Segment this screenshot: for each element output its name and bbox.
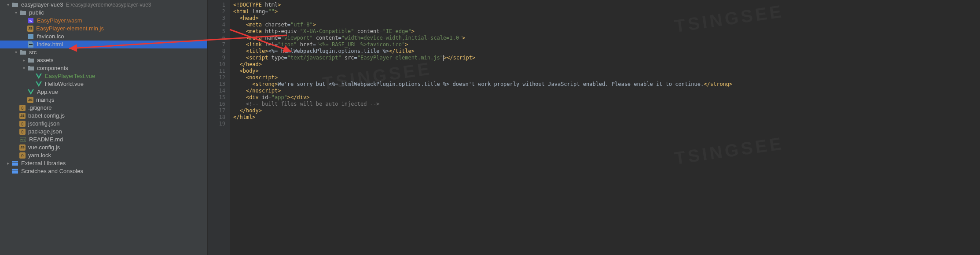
svg-rect-9 [12,170,18,172]
tree-row-package-json[interactable]: ·{}package.json [0,128,207,136]
editor-area[interactable]: 12345678910111213141516171819 <!DOCTYPE … [208,0,980,255]
tree-row-main-js[interactable]: ·JSmain.js [0,96,207,104]
tree-label: index.html [37,41,63,48]
code-line[interactable]: </head> [233,61,980,68]
code-token: content [316,35,338,41]
code-line[interactable]: <meta http-equiv="X-UA-Compatible" conte… [233,28,980,35]
code-token: lang [252,8,265,15]
code-token: > [411,28,415,34]
chevron-down-icon[interactable]: ▾ [13,10,18,15]
code-token: content [357,28,380,34]
code-line[interactable]: <meta charset="utf-8"> [233,22,980,28]
code-token: "icon" [278,41,297,48]
tree-row-src[interactable]: ▾src [0,48,207,56]
folder-icon [27,57,34,64]
tree-label: components [37,64,68,72]
json-icon: {} [19,105,26,111]
code-token: "width=device-width,initial-scale=1.0" [341,35,462,41]
line-number: 16 [208,101,225,107]
svg-rect-3 [29,44,33,45]
code-token: = [287,22,290,28]
code-token: <noscript> [246,74,278,81]
tree-row-readme-md[interactable]: ·README.md [0,136,207,144]
tree-row--gitignore[interactable]: ·{}.gitignore [0,104,207,112]
code-line[interactable]: </body> [233,107,980,114]
tree-label: public [29,9,44,17]
code-token: <link [246,41,265,48]
code-token: </head> [239,61,262,67]
project-tree-panel[interactable]: ▾easyplayer-vue3E:\easyplayerdemo\easypl… [0,0,208,255]
code-line[interactable]: <noscript> [233,74,980,81]
code-token: href [300,41,313,48]
code-token: http-equiv [265,28,297,34]
code-line[interactable]: <meta name="viewport" content="width=dev… [233,35,980,41]
code-token: > [313,22,316,28]
svg-rect-7 [12,164,18,166]
svg-rect-10 [12,172,18,174]
tree-row-public[interactable]: ▾public [0,9,207,17]
code-line[interactable]: <head> [233,15,980,22]
tree-row-app-vue[interactable]: ·App.vue [0,88,207,96]
chevron-right-icon[interactable]: ▸ [21,58,26,63]
tree-row-vue-config-js[interactable]: ·JSvue.config.js [0,144,207,152]
md-icon [19,136,26,143]
tree-row-assets[interactable]: ▸assets [0,56,207,64]
line-number: 18 [208,114,225,121]
code-token: "app" [272,94,287,100]
code-line[interactable]: <!DOCTYPE html> [233,2,980,8]
chevron-down-icon[interactable]: ▾ [21,66,26,71]
code-token: </title> [389,48,415,54]
tree-row-external-libraries[interactable]: ▸External Libraries [0,159,207,167]
line-number: 13 [208,81,225,88]
tree-row-jsconfig-json[interactable]: ·{}jsconfig.json [0,120,207,128]
code-line[interactable]: </noscript> [233,88,980,94]
tree-label: EasyPlayer.wasm [37,17,82,25]
code-token: </strong> [704,81,732,87]
lib-icon [11,168,18,175]
tree-label: External Libraries [21,159,66,167]
code-token: "<%= BASE_URL %>favicon.ico" [316,41,405,48]
tree-row-babel-config-js[interactable]: ·JSbabel.config.js [0,112,207,120]
code-line[interactable]: <!-- built files will be auto injected -… [233,101,980,107]
chevron-down-icon[interactable]: ▾ [13,50,18,55]
tree-row-index-html[interactable]: ·index.html [0,41,207,48]
ico-icon [27,33,34,40]
tree-row-favicon-ico[interactable]: ·favicon.ico [0,33,207,41]
line-number: 3 [208,15,225,22]
code-line[interactable]: <body> [233,68,980,74]
code-token: <head> [239,15,258,21]
code-line[interactable]: <script type="text/javascript" src="Easy… [233,55,980,61]
code-line[interactable]: <title><%= htmlWebpackPlugin.options.tit… [233,48,980,55]
tree-row-components[interactable]: ▾components [0,64,207,72]
code-token: = [379,28,382,34]
code-token: "EasyPlayer-element.min.js" [357,55,443,61]
code-token: <title> [246,48,268,54]
tree-label: babel.config.js [28,112,65,120]
tree-row-scratches-and-consoles[interactable]: ·Scratches and Consoles [0,167,207,175]
tree-row-easyplayer-wasm[interactable]: ·WEasyPlayer.wasm [0,17,207,25]
code-token: </noscript> [246,88,281,94]
editor-code[interactable]: <!DOCTYPE html><html lang=""> <head> <me… [230,0,980,255]
tree-row-yarn-lock[interactable]: ·{}yarn.lock [0,152,207,159]
code-line[interactable]: <link rel="icon" href="<%= BASE_URL %>fa… [233,41,980,48]
code-line[interactable]: </html> [233,114,980,121]
vue-icon [35,81,42,88]
js-icon: JS [27,97,33,103]
tree-row-easyplayertest-vue[interactable]: ·EasyPlayerTest.vue [0,72,207,80]
code-line[interactable]: <html lang=""> [233,8,980,15]
code-line[interactable]: <strong>We're sorry but <%= htmlWebpackP… [233,81,980,88]
tree-row-easyplayer-element-min-js[interactable]: ·JSEasyPlayer-element.min.js [0,25,207,33]
lib-icon [11,160,18,167]
code-token: <script [246,55,272,61]
chevron-right-icon[interactable]: ▸ [5,161,11,166]
line-number: 17 [208,107,225,114]
code-token: rel [265,41,275,48]
code-line[interactable]: <div id="app"></div> [233,94,980,101]
tree-row-easyplayer-vue3[interactable]: ▾easyplayer-vue3E:\easyplayerdemo\easypl… [0,1,207,9]
chevron-down-icon[interactable]: ▾ [5,2,11,7]
line-number: 19 [208,121,225,127]
code-token: "text/javascript" [287,55,341,61]
code-line[interactable] [233,121,980,127]
tree-row-helloworld-vue[interactable]: ·HelloWorld.vue [0,80,207,88]
code-token: <%= htmlWebpackPlugin.options.title %> [268,48,389,54]
